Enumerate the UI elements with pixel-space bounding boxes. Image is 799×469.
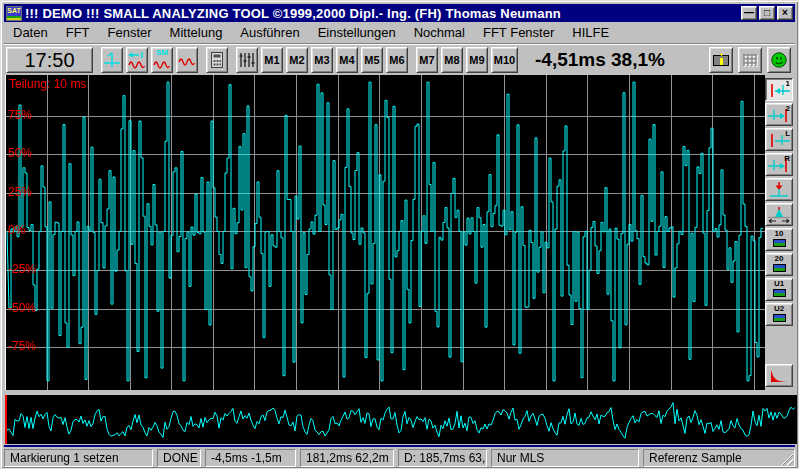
maximize-button[interactable]: □ [759,6,775,20]
waveform-canvas[interactable] [6,75,765,390]
impulse-icon [102,51,122,69]
menu-bar: Daten FFT Fenster Mittelung Ausführen Ei… [4,23,795,42]
y-axis-label-0: 0% [8,223,25,237]
overview-canvas[interactable] [5,395,797,444]
measure-window-button[interactable] [709,47,733,73]
decay-curve-icon [768,368,790,384]
impulse-button[interactable] [101,47,123,73]
menu-nochmal[interactable]: Nochmal [405,24,474,41]
y-axis-label-minus50: -50% [8,301,36,315]
toolbar: 17:50 SM [4,43,795,75]
y-axis-label-25: 25% [8,185,32,199]
overview-marker [5,395,7,444]
status-delta-value: D: 185,7ms 63,8m [398,449,487,467]
window-title: !!! DEMO !!! SMALL ANALYZING TOOL ©1999,… [25,6,561,21]
side-toolbar: 1 2 L [763,75,795,391]
view-u2-label: U2 [766,305,792,313]
overview-strip[interactable] [5,395,797,444]
marker-left-label: L [785,129,790,138]
fft-impulse-icon [127,51,147,69]
main-area: Teilung: 10 ms 75% 50% 25% 0% -25% -50% … [4,75,795,391]
marker-button-m9[interactable]: M9 [466,47,488,73]
menu-hilfe[interactable]: HILFE [563,24,618,41]
calculator-button[interactable] [206,47,228,73]
smiley-button[interactable] [767,47,791,73]
status-mode: Nur MLS [491,449,639,467]
menu-daten[interactable]: Daten [4,24,57,41]
menu-ausfuehren[interactable]: Ausführen [231,24,308,41]
menu-fenster[interactable]: Fenster [99,24,161,41]
app-icon: SAT [6,6,22,21]
status-sample: Referenz Sample [643,449,795,467]
hu-wave-icon [177,51,197,69]
marker-button-m3[interactable]: M3 [311,47,333,73]
zoom-20-button[interactable]: 20 [765,253,793,276]
time-display: 17:50 [6,47,93,73]
status-marker2-value: 181,2ms 62,2m [300,449,394,467]
grid-icon [740,51,760,69]
menu-fft-fenster[interactable]: FFT Fenster [474,24,563,41]
marker-button-m6[interactable]: M6 [386,47,408,73]
zoom-10-thumbnail-icon [773,239,786,247]
menu-fft[interactable]: FFT [57,24,99,41]
grid-toggle-button[interactable] [738,47,762,73]
marker-button-m2[interactable]: M2 [286,47,308,73]
y-axis-label-75: 75% [8,108,32,122]
y-axis-label-50: 50% [8,146,32,160]
smiley-icon [769,51,789,69]
hu-wave-button[interactable] [176,47,198,73]
sm-button[interactable]: SM [151,47,173,73]
view-u1-button[interactable]: U1 [765,278,793,301]
zoom-10-label: 10 [766,230,792,238]
marker-down-icon [766,181,792,199]
status-bar: Markierung 1 setzen DONE -4,5ms -1,5m 18… [4,449,795,467]
menu-einstellungen[interactable]: Einstellungen [309,24,405,41]
equalizer-button[interactable] [236,47,258,73]
status-sample-text: Referenz Sample [649,451,742,465]
app-window: SAT !!! DEMO !!! SMALL ANALYZING TOOL ©1… [0,0,799,469]
marker-right-label: R [784,154,790,163]
zoom-10-button[interactable]: 10 [765,228,793,251]
marker-right-button[interactable]: R [765,153,793,176]
close-button[interactable]: × [777,6,793,20]
marker-down-button[interactable] [765,178,793,201]
waveform-plot[interactable]: Teilung: 10 ms 75% 50% 25% 0% -25% -50% … [6,75,763,390]
marker-1-label: 1 [786,79,790,88]
marker-button-m7[interactable]: M7 [416,47,438,73]
y-axis-label-minus75: -75% [8,339,36,353]
zoom-20-label: 20 [766,255,792,263]
zoom-20-thumbnail-icon [773,264,786,272]
view-u2-button[interactable]: U2 [765,303,793,326]
fft-impulse-button[interactable] [126,47,148,73]
marker-button-m1[interactable]: M1 [261,47,283,73]
marker-left-button[interactable]: L [765,128,793,151]
marker-button-m8[interactable]: M8 [441,47,463,73]
menu-mittelung[interactable]: Mittelung [161,24,232,41]
measure-window-icon [711,51,731,69]
y-axis-label-minus25: -25% [8,262,36,276]
view-u1-thumbnail-icon [773,289,786,297]
status-state: DONE [157,449,201,467]
title-bar[interactable]: SAT !!! DEMO !!! SMALL ANALYZING TOOL ©1… [4,4,795,22]
view-u1-label: U1 [766,280,792,288]
status-hint: Markierung 1 setzen [4,449,153,467]
overview-separator [4,445,795,447]
marker-span-button[interactable] [765,203,793,226]
marker-2-label: 2 [786,104,790,113]
decay-button[interactable] [765,364,793,387]
division-label: Teilung: 10 ms [9,77,86,91]
calculator-icon [207,51,227,69]
equalizer-icon [237,51,257,69]
minimize-button[interactable]: — [741,6,757,20]
marker-2-button[interactable]: 2 [765,103,793,126]
marker-1-button[interactable]: 1 [765,78,793,101]
resize-grip[interactable] [780,452,793,465]
marker-button-m10[interactable]: M10 [491,47,518,73]
marker-button-m4[interactable]: M4 [336,47,358,73]
status-marker1-value: -4,5ms -1,5m [205,449,296,467]
sm-icon-label: SM [152,49,172,57]
marker-button-m5[interactable]: M5 [361,47,383,73]
view-u2-thumbnail-icon [773,314,786,322]
cursor-readout: -4,51ms 38,1% [535,49,665,71]
marker-span-icon [766,206,792,224]
